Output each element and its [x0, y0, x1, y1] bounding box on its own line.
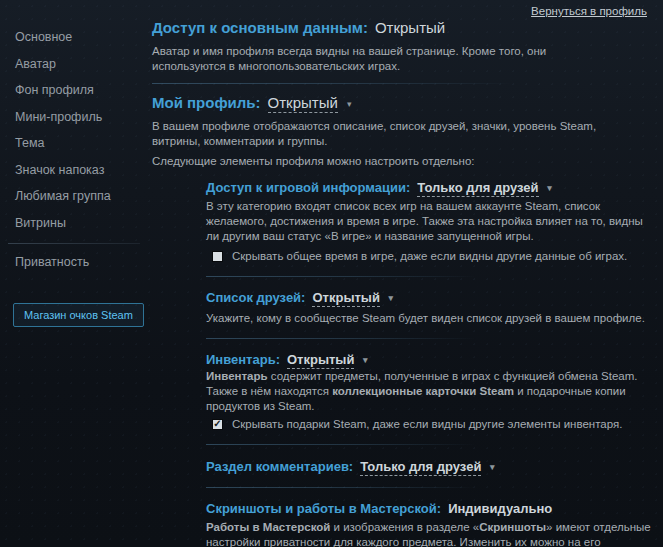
screenshots-section-title: Скриншоты и работы в Мастерской: Индивид…	[206, 501, 655, 516]
game-info-privacy-value[interactable]: Только для друзей	[417, 180, 538, 197]
inventory-title-label: Инвентарь:	[206, 352, 280, 367]
screenshots-desc-bold: Скриншоты	[479, 521, 546, 533]
my-profile-note: Следующие элементы профиля можно настрои…	[152, 155, 655, 167]
basic-data-value: Открытый	[375, 19, 445, 36]
my-profile-description: В вашем профиле отображаются описание, с…	[152, 119, 632, 149]
chevron-down-icon: ▾	[363, 355, 368, 365]
chevron-down-icon: ▾	[547, 183, 552, 193]
inventory-desc-bold: Инвентарь	[206, 370, 268, 382]
screenshots-description: Работы в Мастерской и изображения в разд…	[206, 520, 655, 547]
inventory-description: Инвентарь содержит предметы, полученные …	[206, 369, 655, 414]
sidebar-item-theme[interactable]: Тема	[0, 130, 150, 157]
friends-list-title-label: Список друзей:	[206, 290, 305, 305]
hide-gifts-checkbox[interactable]: ✓	[212, 419, 223, 430]
profile-sub-settings: Доступ к игровой информации: Только для …	[206, 180, 655, 547]
divider	[206, 444, 476, 445]
comments-section-title: Раздел комментариев: Только для друзей ▾	[206, 459, 655, 474]
chevron-down-icon: ▾	[347, 99, 352, 109]
sidebar-item-favorite-group[interactable]: Любимая группа	[0, 183, 150, 210]
settings-sidebar: Основное Аватар Фон профиля Мини-профиль…	[0, 24, 150, 327]
my-profile-section-title: Мой профиль: Открытый ▾	[152, 94, 655, 111]
game-info-description: В эту категорию входят список всех игр н…	[206, 199, 655, 244]
sidebar-item-avatar[interactable]: Аватар	[0, 51, 150, 78]
inventory-privacy-value[interactable]: Открытый	[287, 352, 355, 369]
sidebar-item-privacy[interactable]: Приватность	[0, 249, 150, 276]
basic-data-description: Аватар и имя профиля всегда видны на ваш…	[152, 44, 622, 74]
privacy-content: Вернуться в профиль Доступ к основным да…	[152, 0, 655, 547]
friends-list-section-title: Список друзей: Открытый ▾	[206, 290, 655, 305]
screenshots-title-label: Скриншоты и работы в Мастерской:	[206, 501, 441, 516]
checkmark-icon: ✓	[213, 419, 221, 429]
comments-privacy-dropdown[interactable]: Только для друзей ▾	[360, 459, 494, 474]
privacy-settings-page: Основное Аватар Фон профиля Мини-профиль…	[0, 0, 663, 547]
hide-playtime-checkbox-row[interactable]: Скрывать общее время в игре, даже если в…	[212, 250, 655, 262]
screenshots-privacy-value: Индивидуально	[448, 501, 552, 516]
hide-playtime-checkbox-label: Скрывать общее время в игре, даже если в…	[232, 250, 627, 262]
sidebar-item-showcases[interactable]: Витрины	[0, 210, 150, 237]
game-info-privacy-dropdown[interactable]: Только для друзей ▾	[417, 180, 551, 195]
friends-list-description: Укажите, кому в сообществе Steam будет в…	[206, 311, 655, 326]
divider	[206, 276, 476, 277]
sidebar-item-miniprofile[interactable]: Мини-профиль	[0, 104, 150, 131]
screenshots-desc-bold: Работы в Мастерской	[206, 521, 330, 533]
points-shop-button[interactable]: Магазин очков Steam	[13, 303, 144, 327]
hide-gifts-checkbox-label: Скрывать подарки Steam, даже если видны …	[232, 418, 622, 430]
game-info-title-label: Доступ к игровой информации:	[206, 180, 410, 195]
chevron-down-icon: ▾	[490, 462, 495, 472]
hide-playtime-checkbox[interactable]	[212, 251, 223, 262]
chevron-down-icon: ▾	[389, 293, 394, 303]
basic-data-section-title: Доступ к основным данным: Открытый	[152, 19, 655, 36]
my-profile-privacy-dropdown[interactable]: Открытый ▾	[268, 94, 352, 111]
hide-gifts-checkbox-row[interactable]: ✓ Скрывать подарки Steam, даже если видн…	[212, 418, 655, 430]
comments-title-label: Раздел комментариев:	[206, 459, 353, 474]
screenshots-desc-text: и изображения в разделе «	[330, 521, 479, 533]
sidebar-item-general[interactable]: Основное	[0, 24, 150, 51]
inventory-desc-bold: коллекционные карточки Steam	[332, 385, 514, 397]
divider	[206, 338, 476, 339]
sidebar-divider	[8, 243, 140, 244]
friends-list-privacy-dropdown[interactable]: Открытый ▾	[312, 290, 393, 305]
divider	[152, 83, 512, 84]
divider	[206, 487, 476, 488]
inventory-privacy-dropdown[interactable]: Открытый ▾	[287, 352, 368, 367]
my-profile-privacy-value[interactable]: Открытый	[268, 94, 338, 113]
friends-list-privacy-value[interactable]: Открытый	[312, 290, 380, 307]
game-info-section-title: Доступ к игровой информации: Только для …	[206, 180, 655, 195]
sidebar-item-background[interactable]: Фон профиля	[0, 77, 150, 104]
basic-data-title-label: Доступ к основным данным:	[152, 19, 368, 36]
return-to-profile-link[interactable]: Вернуться в профиль	[531, 5, 647, 17]
inventory-section-title: Инвентарь: Открытый ▾	[206, 352, 655, 367]
my-profile-title-label: Мой профиль:	[152, 94, 261, 111]
comments-privacy-value[interactable]: Только для друзей	[360, 459, 481, 476]
sidebar-item-featured-badge[interactable]: Значок напоказ	[0, 157, 150, 184]
